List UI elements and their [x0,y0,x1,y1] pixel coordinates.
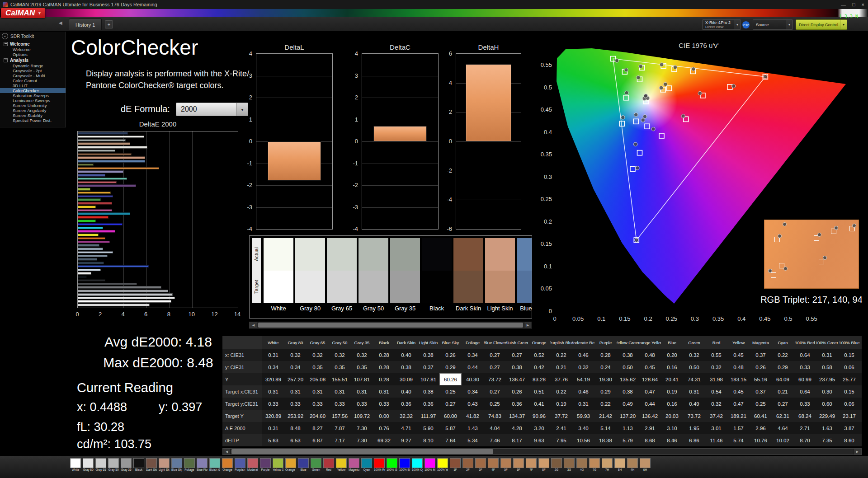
palette-patch-bluish-green[interactable]: Bluish Green [209,458,220,472]
table-cell[interactable]: 0.31 [262,422,284,434]
table-cell[interactable]: 134.37 [506,410,528,422]
table-cell[interactable]: 0.25 [439,385,462,398]
palette-patch-2f[interactable]: 2F [462,458,473,472]
table-cell[interactable]: 0.38 [417,385,439,398]
table-cell[interactable]: 0.34 [262,361,284,373]
palette-patch-foliage[interactable]: Foliage [184,458,195,472]
table-cell[interactable]: 155.51 [329,373,351,385]
table-cell[interactable]: 0.40 [395,385,417,398]
scroll-left-arrow-icon[interactable]: ◀ [250,322,257,328]
table-cell[interactable]: 0.32 [705,361,727,373]
table-cell[interactable]: 62.31 [772,410,794,422]
palette-patch-white[interactable]: White [70,458,81,472]
table-cell[interactable]: 0.31 [329,385,351,398]
table-cell[interactable]: 32.32 [395,410,417,422]
table-cell[interactable]: 0.22 [550,385,572,398]
palette-patch-100-yellow[interactable]: 100% Yellow [437,458,448,472]
table-cell[interactable]: 60.26 [439,373,462,385]
table-cell[interactable]: 30.09 [395,373,417,385]
palette-patch-blue-flower[interactable]: Blue Flower [197,458,208,472]
meter-dropdown[interactable]: X-Rite i1Pro 2 Direct View ▾ [702,19,741,30]
palette-patch-orange-yellow[interactable]: Orange Yellow [285,458,296,472]
table-cell[interactable]: 4.28 [506,422,528,434]
table-cell[interactable]: 0.45 [639,361,661,373]
table-cell[interactable]: 0.32 [329,349,351,361]
table-cell[interactable]: 0.44 [462,361,484,373]
table-cell[interactable]: 0.54 [705,385,727,398]
palette-patch-7f[interactable]: 7F [526,458,537,472]
table-cell[interactable]: 31.98 [705,373,727,385]
table-cell[interactable]: 0.50 [617,361,639,373]
table-cell[interactable]: 0.25 [750,398,772,410]
sidebar-item-screen-stability[interactable]: Screen Stability [0,113,66,118]
table-scrollbar[interactable]: ◀ ▶ [222,448,862,455]
table-cell[interactable]: 21.42 [594,410,617,422]
table-cell[interactable]: 0.30 [816,385,838,398]
table-cell[interactable]: 0.51 [528,385,550,398]
table-cell[interactable]: 1.13 [617,422,639,434]
palette-patch-gray-65[interactable]: Gray 65 [95,458,106,472]
table-cell[interactable]: 109.72 [351,410,373,422]
sidebar-item-luminance-sweeps[interactable]: Luminance Sweeps [0,98,66,103]
palette-patch-100-magenta[interactable]: 100% Magenta [425,458,435,472]
palette-patch-3g[interactable]: 3G [564,458,575,472]
table-cell[interactable]: 0.32 [572,361,594,373]
palette-patch-100-red[interactable]: 100% Red [374,458,385,472]
table-cell[interactable]: 37.76 [550,373,572,385]
sidebar-item-options[interactable]: Options [0,52,66,57]
table-cell[interactable]: 0.33 [307,398,329,410]
table-cell[interactable]: 37.42 [705,410,727,422]
table-cell[interactable]: 7.95 [550,434,572,446]
table-cell[interactable]: 0.76 [373,422,395,434]
palette-patch-1f[interactable]: 1F [450,458,461,472]
table-cell[interactable]: 0.36 [395,398,417,410]
expander-icon[interactable] [4,42,8,46]
table-cell[interactable]: 205.08 [307,373,329,385]
palette-patch-red[interactable]: Red [323,458,334,472]
table-cell[interactable]: 10.76 [750,434,772,446]
table-cell[interactable]: 0.27 [484,385,506,398]
table-cell[interactable]: 0.42 [528,361,550,373]
table-cell[interactable]: 7.64 [439,434,462,446]
table-cell[interactable]: 3.87 [838,422,860,434]
table-cell[interactable]: 0.28 [373,373,395,385]
table-cell[interactable]: 320.89 [262,410,284,422]
table-cell[interactable]: 0.38 [617,385,639,398]
table-cell[interactable]: 20.03 [661,410,683,422]
palette-patch-4g[interactable]: 4G [576,458,587,472]
table-cell[interactable]: 0.35 [307,361,329,373]
table-cell[interactable]: 60.41 [750,410,772,422]
sidebar-section-analysis[interactable]: Analysis [0,57,66,63]
table-cell[interactable]: 0.45 [727,385,750,398]
table-cell[interactable]: 0.40 [395,349,417,361]
tab-history-1[interactable]: History 1 [69,19,102,30]
table-cell[interactable]: 8.17 [506,434,528,446]
table-cell[interactable]: 1.63 [816,422,838,434]
sidebar-item-dynamic-range[interactable]: Dynamic Range [0,63,66,68]
palette-patch-blue-sky[interactable]: Blue Sky [171,458,182,472]
table-cell[interactable]: 0.25 [484,398,506,410]
palette-patch-purplish-blue[interactable]: Purplish Blue [235,458,245,472]
table-cell[interactable]: 7.30 [351,434,373,446]
table-cell[interactable]: 73.72 [683,410,705,422]
table-cell[interactable]: 0.45 [727,349,750,361]
table-cell[interactable]: 320.89 [262,373,284,385]
table-cell[interactable]: 0.52 [528,349,550,361]
table-cell[interactable]: 23.17 [838,410,860,422]
table-cell[interactable]: 0.32 [307,349,329,361]
table-cell[interactable]: 1.95 [683,422,705,434]
table-cell[interactable]: 0.46 [572,385,594,398]
table-cell[interactable]: 0.37 [750,349,772,361]
palette-patch-4f[interactable]: 4F [488,458,499,472]
table-cell[interactable]: 64.09 [772,373,794,385]
table-cell[interactable]: 0.21 [550,361,572,373]
sidebar-item-grayscale-multi[interactable]: Grayscale - Multi [0,73,66,78]
table-cell[interactable]: 204.60 [307,410,329,422]
minimize-button[interactable]: — [841,2,846,7]
table-cell[interactable]: 19.30 [594,373,617,385]
table-cell[interactable]: 55.16 [750,373,772,385]
table-cell[interactable]: 0.06 [838,398,860,410]
table-cell[interactable]: 0.19 [550,398,572,410]
sidebar-item-colorchecker[interactable]: ColorChecker [0,88,66,93]
palette-patch-purple[interactable]: Purple [260,458,271,472]
